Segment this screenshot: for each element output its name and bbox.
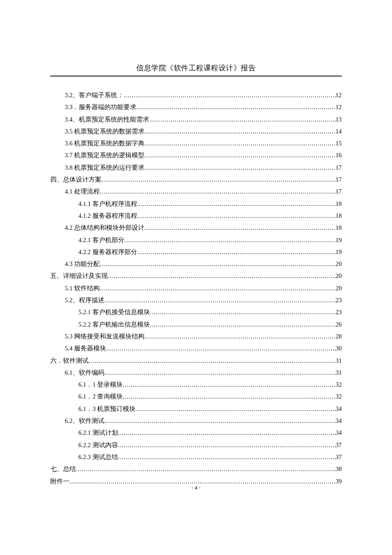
toc-row: 3.4、机票预定系统的性能需求13 — [50, 116, 342, 123]
toc-row: 五、详细设计及实现20 — [50, 273, 342, 279]
toc-row: 3.3．服务器端的功能要求12 — [50, 104, 342, 110]
toc-label: 六．软件测试 — [50, 358, 89, 364]
toc-label: 3.4、机票预定系统的性能需求 — [65, 116, 149, 123]
toc-row: 七、总结38 — [50, 466, 342, 472]
toc-leader — [104, 418, 335, 424]
toc-page-number: 32 — [336, 382, 342, 388]
toc-page-number: 18 — [336, 213, 342, 219]
document-page: 信息学院《软件工程课程设计》报告 3.2、客户端子系统：123.3．服务器端的功… — [0, 0, 392, 484]
toc-label: 附件一 — [50, 478, 69, 485]
toc-page-number: 12 — [336, 92, 342, 98]
toc-leader — [101, 176, 336, 183]
toc-row: 5.2、程序描述23 — [50, 297, 342, 304]
header-divider — [50, 75, 342, 77]
toc-page-number: 13 — [336, 116, 342, 123]
toc-page-number: 23 — [336, 297, 342, 304]
toc-leader — [144, 128, 336, 135]
toc-page-number: 12 — [336, 104, 342, 110]
toc-page-number: 17 — [336, 165, 342, 171]
toc-page-number: 20 — [336, 261, 342, 267]
toc-row: 6.1、软件编码31 — [50, 370, 342, 376]
toc-page-number: 16 — [336, 152, 342, 159]
toc-row: 6.1．1 登录模块32 — [50, 382, 342, 388]
toc-page-number: 17 — [336, 188, 342, 195]
toc-label: 3.8 机票预定系统的运行要求 — [65, 165, 144, 171]
toc-label: 4.1 处理流程 — [65, 188, 100, 195]
toc-row: 3.8 机票预定系统的运行要求17 — [50, 165, 342, 171]
toc-row: 3.7 机票预定系统的逻辑模型16 — [50, 152, 342, 159]
toc-row: 四、总体设计方案17 — [50, 176, 342, 183]
toc-page-number: 34 — [336, 430, 342, 436]
toc-leader — [108, 273, 336, 279]
toc-leader — [123, 393, 336, 400]
toc-leader — [104, 297, 335, 304]
toc-leader — [135, 406, 336, 412]
toc-page-number: 26 — [336, 321, 342, 328]
toc-row: 4.2 总体结构和模块外部设计18 — [50, 225, 342, 231]
toc-leader — [104, 370, 335, 376]
toc-label: 3.3．服务器端的功能要求 — [65, 104, 136, 110]
toc-leader — [100, 188, 336, 195]
toc-leader — [124, 92, 335, 98]
toc-page-number: 14 — [336, 128, 342, 135]
toc-leader — [144, 333, 336, 340]
toc-page-number: 38 — [336, 466, 342, 472]
toc-row: 6.1．2 查询模块32 — [50, 393, 342, 400]
toc-leader — [100, 285, 336, 292]
toc-leader — [118, 442, 336, 448]
toc-leader — [100, 261, 336, 267]
toc-page-number: 19 — [336, 249, 342, 255]
toc-row: 4.1 处理流程17 — [50, 188, 342, 195]
toc-page-number: 20 — [336, 273, 342, 279]
table-of-contents: 3.2、客户端子系统：123.3．服务器端的功能要求123.4、机票预定系统的性… — [50, 92, 342, 484]
toc-page-number: 30 — [336, 345, 342, 352]
toc-row: 5.2.1 客户机接受信息模块23 — [50, 309, 342, 315]
toc-page-number: 32 — [336, 393, 342, 400]
toc-label: 6.2.3 测试总结 — [78, 454, 118, 460]
toc-row: 4.1.2 服务器程序流程18 — [50, 213, 342, 219]
toc-label: 4.3 功能分配 — [65, 261, 100, 267]
toc-leader — [137, 213, 336, 219]
toc-page-number: 31 — [336, 358, 342, 364]
toc-label: 四、总体设计方案 — [50, 176, 101, 183]
toc-row: 5.3 网络接受和发送模块结构28 — [50, 333, 342, 340]
toc-page-number: 20 — [336, 285, 342, 292]
toc-leader — [149, 116, 335, 123]
toc-leader — [118, 454, 336, 460]
toc-label: 5.2、程序描述 — [65, 297, 104, 304]
page-number: - 4 - — [0, 484, 392, 491]
toc-page-number: 19 — [336, 237, 342, 243]
toc-row: 4.1.1 客户机程序流程18 — [50, 201, 342, 207]
toc-page-number: 34 — [336, 406, 342, 412]
toc-row: 4.2.1 客户机部分19 — [50, 237, 342, 243]
toc-label: 4.1.2 服务器程序流程 — [78, 213, 137, 219]
toc-label: 3.5 机票预定系统的数据需求 — [65, 128, 144, 135]
toc-leader — [124, 237, 336, 243]
toc-page-number: 15 — [336, 140, 342, 147]
toc-row: 5.2.2 客户机输出信息模块26 — [50, 321, 342, 328]
toc-row: 6.2.3 测试总结37 — [50, 454, 342, 460]
toc-leader — [76, 466, 336, 472]
toc-label: 6.1．1 登录模块 — [78, 382, 123, 388]
toc-row: 5.1 软件结构20 — [50, 285, 342, 292]
toc-leader — [137, 249, 336, 255]
toc-row: 4.2.2 服务器程序部分19 — [50, 249, 342, 255]
toc-leader — [144, 165, 336, 171]
toc-leader — [136, 104, 335, 110]
toc-row: 6.2.2 测试内容37 — [50, 442, 342, 448]
toc-row: 4.3 功能分配20 — [50, 261, 342, 267]
toc-leader — [150, 309, 336, 315]
toc-label: 6.1．3 机票预订模块 — [78, 406, 135, 412]
toc-row: 3.5 机票预定系统的数据需求14 — [50, 128, 342, 135]
toc-leader — [137, 201, 336, 207]
header-title: 信息学院《软件工程课程设计》报告 — [50, 63, 342, 75]
toc-label: 七、总结 — [50, 466, 76, 472]
toc-page-number: 31 — [336, 370, 342, 376]
toc-page-number: 18 — [336, 225, 342, 231]
toc-label: 6.2.2 测试内容 — [78, 442, 118, 448]
toc-label: 5.4 服务器模块 — [65, 345, 106, 352]
toc-row: 5.4 服务器模块30 — [50, 345, 342, 352]
toc-label: 3.6 机票预定系统的数据字典 — [65, 140, 144, 147]
toc-leader — [106, 345, 336, 352]
toc-label: 4.2.2 服务器程序部分 — [78, 249, 137, 255]
